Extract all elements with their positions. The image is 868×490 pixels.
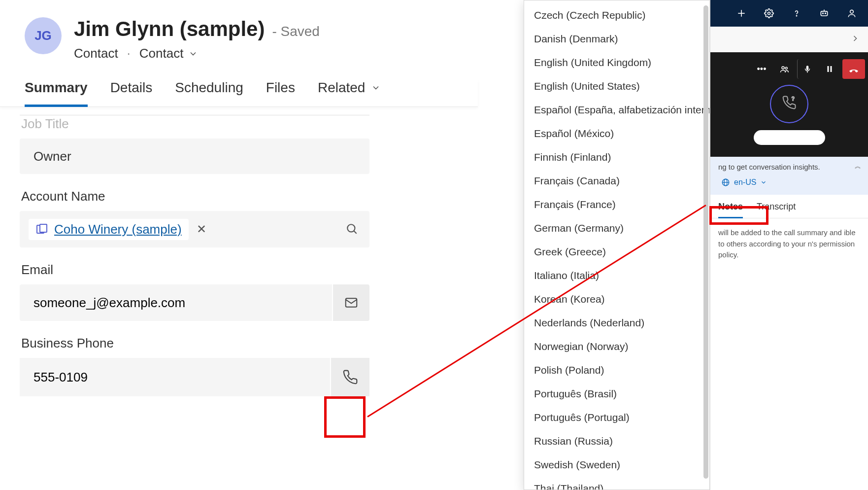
language-item[interactable]: Italiano (Italia) (524, 264, 709, 287)
tab-details[interactable]: Details (110, 80, 153, 106)
expand-panel-button[interactable] (850, 34, 860, 45)
app-bar (710, 0, 868, 27)
hangup-button[interactable] (842, 59, 865, 79)
call-media-region: ••• ? (710, 52, 868, 157)
ellipsis-icon: ••• (757, 64, 767, 74)
language-selector[interactable]: en-US (718, 176, 770, 189)
language-item[interactable]: Swedish (Sweden) (524, 453, 709, 477)
avatar: JG (25, 17, 62, 54)
add-button[interactable] (736, 8, 747, 19)
input-account-name[interactable]: Coho Winery (sample) ✕ (20, 211, 369, 247)
assistant-button[interactable] (819, 8, 830, 19)
language-item[interactable]: Français (Canada) (524, 169, 709, 193)
plus-icon (736, 8, 746, 18)
label-email: Email (20, 262, 369, 278)
lookup-chip-account[interactable]: Coho Winery (sample) (29, 219, 189, 240)
collapse-button[interactable]: ︽ (855, 162, 861, 171)
language-item[interactable]: Russian (Russia) (524, 429, 709, 453)
input-business-phone[interactable]: 555-0109 (20, 358, 330, 396)
email-icon (344, 295, 359, 310)
language-dropdown: Czech (Czech Republic) Danish (Denmark) … (524, 0, 710, 490)
scrollbar[interactable] (703, 5, 708, 479)
chevron-down-icon (760, 179, 767, 186)
hold-button[interactable] (820, 59, 839, 79)
tab-related[interactable]: Related (318, 80, 381, 106)
language-item[interactable]: Korean (Korea) (524, 287, 709, 311)
chevron-right-icon (850, 34, 860, 43)
input-job-title[interactable]: Owner (20, 139, 369, 174)
insights-bar: ng to get conversation insights. ︽ en-US (710, 157, 868, 195)
tab-files[interactable]: Files (266, 80, 295, 106)
pause-icon (825, 65, 834, 73)
person-icon (847, 8, 857, 18)
label-business-phone: Business Phone (20, 336, 369, 351)
language-item[interactable]: Norwegian (Norway) (524, 335, 709, 358)
svg-rect-1 (40, 224, 47, 232)
form-area: Job Title Owner Account Name Coho Winery… (0, 107, 389, 416)
svg-point-14 (782, 67, 784, 69)
help-icon (792, 8, 801, 18)
language-item[interactable]: Español (España, alfabetización internac… (524, 98, 709, 122)
search-icon[interactable] (346, 223, 359, 236)
label-account-name: Account Name (20, 189, 369, 204)
language-item[interactable]: Greek (Greece) (524, 240, 709, 264)
language-item[interactable]: Français (France) (524, 193, 709, 216)
mic-icon (803, 65, 812, 73)
svg-point-8 (796, 15, 797, 16)
insights-text: ng to get conversation insights. (718, 163, 860, 171)
language-item[interactable]: Finnish (Finland) (524, 145, 709, 169)
label-job-title: Job Title (20, 115, 369, 132)
page-title: Jim Glynn (sample) (74, 17, 265, 41)
send-email-button[interactable] (333, 284, 369, 321)
language-item[interactable]: Polish (Poland) (524, 358, 709, 382)
language-item[interactable]: Português (Portugal) (524, 406, 709, 429)
svg-point-15 (785, 67, 787, 69)
profile-button[interactable] (846, 8, 857, 19)
tab-summary[interactable]: Summary (25, 80, 88, 106)
form-selector[interactable]: Contact (139, 46, 199, 61)
language-item[interactable]: German (Germany) (524, 216, 709, 240)
caller-name-redacted (754, 130, 825, 145)
chevron-down-icon (371, 83, 381, 93)
account-icon (35, 223, 47, 235)
remove-lookup-icon[interactable]: ✕ (197, 222, 206, 236)
svg-rect-4 (346, 298, 357, 307)
language-item[interactable]: Czech (Czech Republic) (524, 3, 709, 27)
svg-point-11 (823, 13, 824, 14)
input-email[interactable]: someone_j@example.com (20, 284, 332, 321)
hangup-icon (848, 64, 859, 74)
separator-dot: · (127, 46, 131, 61)
language-item[interactable]: Nederlands (Nederland) (524, 311, 709, 335)
entity-label: Contact (74, 46, 118, 61)
language-item[interactable]: English (United Kingdom) (524, 51, 709, 74)
svg-rect-9 (821, 11, 827, 16)
participants-button[interactable] (774, 59, 794, 79)
language-list[interactable]: Czech (Czech Republic) Danish (Denmark) … (524, 0, 709, 490)
tab-scheduling[interactable]: Scheduling (175, 80, 243, 106)
tab-notes[interactable]: Notes (718, 202, 743, 218)
notes-body: will be added to the call summary and ib… (710, 218, 868, 270)
call-button[interactable] (331, 358, 369, 396)
call-avatar: ? (770, 85, 808, 123)
assistant-icon (819, 8, 829, 18)
language-item[interactable]: English (United States) (524, 74, 709, 98)
svg-point-7 (768, 12, 770, 15)
saved-badge: - Saved (272, 24, 320, 39)
call-panel: ••• ? ng to get conversation insights. ︽… (710, 0, 868, 490)
language-item[interactable]: Danish (Denmark) (524, 27, 709, 51)
mute-button[interactable] (797, 59, 817, 79)
svg-point-2 (347, 224, 355, 232)
chevron-down-icon (188, 49, 198, 59)
lookup-link-account[interactable]: Coho Winery (sample) (54, 222, 182, 237)
svg-point-13 (850, 10, 854, 13)
language-item[interactable]: Português (Brasil) (524, 382, 709, 406)
form-selector-label: Contact (139, 46, 184, 61)
svg-rect-19 (831, 66, 832, 72)
settings-button[interactable] (764, 8, 774, 19)
more-call-button[interactable]: ••• (752, 59, 771, 79)
tab-transcript[interactable]: Transcript (757, 202, 796, 218)
help-button[interactable] (791, 8, 802, 19)
language-item[interactable]: Thai (Thailand) (524, 477, 709, 490)
svg-rect-18 (828, 66, 829, 72)
language-item[interactable]: Español (México) (524, 122, 709, 145)
